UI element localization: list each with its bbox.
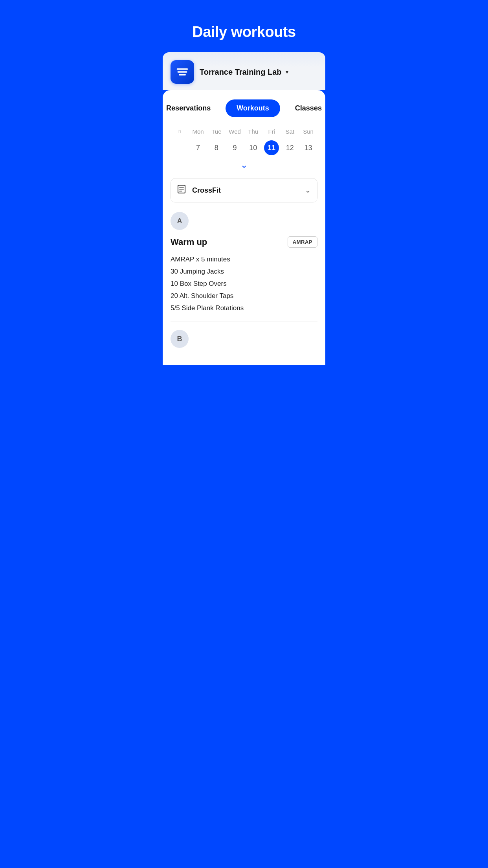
gym-selector[interactable]: Torrance Training Lab ▾ xyxy=(171,60,317,90)
svg-rect-2 xyxy=(179,74,186,75)
workout-line-0: AMRAP x 5 minutes xyxy=(171,254,317,265)
svg-rect-0 xyxy=(177,68,188,70)
date-13[interactable]: 13 xyxy=(301,140,316,155)
calendar-dates: 7 8 9 10 11 12 13 xyxy=(171,140,317,155)
expand-calendar-icon[interactable]: ⌄ xyxy=(240,160,248,170)
day-label-1: Mon xyxy=(189,127,207,136)
date-12[interactable]: 12 xyxy=(283,140,297,155)
crossfit-icon xyxy=(177,184,187,197)
day-label-2: Tue xyxy=(207,127,226,136)
tab-workouts[interactable]: Workouts xyxy=(226,99,280,117)
workout-section-b: B xyxy=(171,330,317,348)
date-10[interactable]: 10 xyxy=(246,140,261,155)
header: Daily workouts xyxy=(163,0,325,48)
app-container: Daily workouts Torrance Training Lab ▾ R… xyxy=(163,0,325,365)
date-11-today[interactable]: 11 xyxy=(264,140,279,155)
day-label-5: Fri xyxy=(262,127,281,136)
date-8[interactable]: 8 xyxy=(209,140,224,155)
svg-rect-1 xyxy=(177,71,187,73)
day-label-4: Thu xyxy=(244,127,262,136)
workout-line-4: 5/5 Side Plank Rotations xyxy=(171,303,317,314)
workout-section-a: A Warm up AMRAP AMRAP x 5 minutes 30 Jum… xyxy=(171,212,317,314)
gym-selector-wrapper: Torrance Training Lab ▾ xyxy=(163,52,325,90)
section-badge-b: B xyxy=(171,330,189,348)
workout-dropdown-icon: ⌄ xyxy=(305,186,311,195)
day-label-6: Sat xyxy=(281,127,299,136)
date-blank xyxy=(172,140,187,155)
workout-type-selector[interactable]: CrossFit ⌄ xyxy=(171,178,317,202)
gym-name-label: Torrance Training Lab xyxy=(200,68,282,77)
main-card: Reservations Workouts Classes n Mon Tue … xyxy=(163,90,325,365)
tabs-container: Reservations Workouts Classes xyxy=(171,99,317,117)
date-9[interactable]: 9 xyxy=(227,140,242,155)
workout-line-2: 10 Box Step Overs xyxy=(171,278,317,290)
calendar-section: n Mon Tue Wed Thu Fri Sat Sun 7 8 9 10 1… xyxy=(171,127,317,170)
gym-logo xyxy=(171,60,194,84)
workout-type-name: CrossFit xyxy=(192,186,300,195)
gym-chevron-icon: ▾ xyxy=(286,69,288,75)
amrap-badge: AMRAP xyxy=(288,236,317,248)
date-7[interactable]: 7 xyxy=(191,140,205,155)
section-divider xyxy=(171,322,317,322)
section-badge-a: A xyxy=(171,212,189,230)
workout-line-3: 20 Alt. Shoulder Taps xyxy=(171,291,317,302)
gym-name-row: Torrance Training Lab ▾ xyxy=(200,68,288,77)
workout-details-a: AMRAP x 5 minutes 30 Jumping Jacks 10 Bo… xyxy=(171,254,317,314)
calendar-days-header: n Mon Tue Wed Thu Fri Sat Sun xyxy=(171,127,317,136)
workout-line-1: 30 Jumping Jacks xyxy=(171,266,317,278)
day-label-0: n xyxy=(171,127,189,136)
workout-section-header-a: Warm up AMRAP xyxy=(171,236,317,248)
tab-classes[interactable]: Classes xyxy=(284,99,325,117)
workout-section-title-a: Warm up xyxy=(171,237,207,247)
calendar-expand[interactable]: ⌄ xyxy=(171,160,317,170)
tab-reservations[interactable]: Reservations xyxy=(163,99,222,117)
day-label-7: Sun xyxy=(299,127,317,136)
day-label-3: Wed xyxy=(226,127,244,136)
page-title: Daily workouts xyxy=(171,24,317,40)
